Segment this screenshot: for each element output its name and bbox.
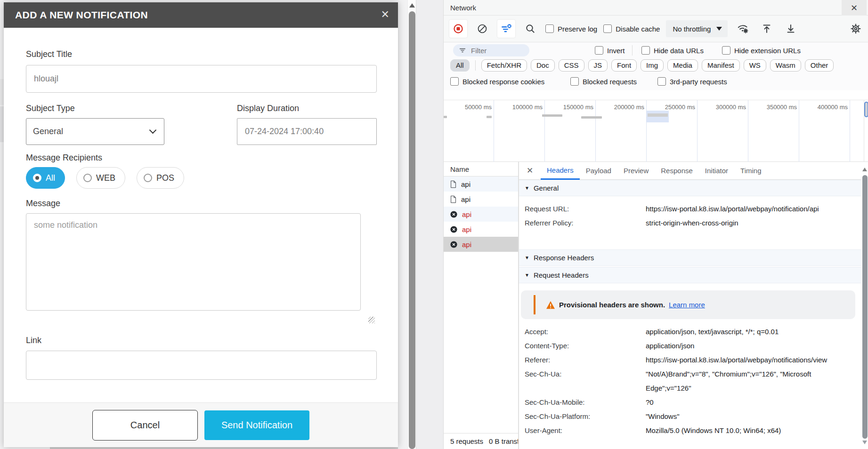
divider — [475, 60, 476, 71]
import-har-icon[interactable] — [758, 20, 776, 38]
request-name: api — [461, 180, 471, 188]
learn-more-link[interactable]: Learn more — [669, 301, 705, 309]
chip-manifest[interactable]: Manifest — [702, 59, 740, 72]
request-name: api — [462, 225, 471, 233]
invert-checkbox-group[interactable]: Invert — [595, 44, 625, 56]
chip-css[interactable]: CSS — [559, 59, 584, 72]
network-conditions-icon[interactable] — [734, 20, 752, 38]
blocked-requests-checkbox[interactable] — [570, 77, 579, 86]
header-value: ?0 — [646, 395, 861, 409]
triangle-down-icon: ▼ — [525, 255, 529, 260]
header-row: Sec-Ch-Ua-Mobile: ?0 — [519, 395, 861, 409]
tab-headers[interactable]: Headers — [541, 162, 580, 180]
message-textarea[interactable]: some notification — [26, 213, 361, 311]
chip-wasm[interactable]: Wasm — [770, 59, 801, 72]
recipient-option-all[interactable]: All — [26, 167, 65, 189]
cancel-button[interactable]: Cancel — [92, 410, 198, 441]
request-row[interactable]: api — [444, 207, 518, 222]
request-row[interactable]: api — [444, 176, 518, 192]
disable-cache-checkbox[interactable] — [603, 24, 612, 33]
scroll-up-arrow-icon[interactable] — [409, 3, 415, 8]
modal-close-icon[interactable]: ✕ — [381, 2, 389, 28]
third-party-requests-group[interactable]: 3rd-party requests — [657, 75, 727, 88]
subject-title-input[interactable] — [26, 65, 377, 93]
hide-data-urls-label: Hide data URLs — [654, 47, 704, 55]
header-key: Sec-Ch-Ua-Platform: — [525, 409, 646, 424]
preserve-log-label: Preserve log — [558, 25, 597, 33]
chip-all[interactable]: All — [450, 59, 470, 72]
filter-input-pill[interactable] — [453, 44, 529, 56]
scroll-up-arrow-icon[interactable] — [862, 168, 867, 171]
chip-other[interactable]: Other — [805, 59, 834, 72]
tab-preview[interactable]: Preview — [617, 162, 655, 180]
blocked-requests-group[interactable]: Blocked requests — [570, 75, 637, 88]
page-scrollbar-thumb[interactable] — [409, 11, 415, 449]
network-settings-gear-icon[interactable] — [847, 20, 865, 38]
request-headers-section-header[interactable]: ▼ Request Headers — [519, 267, 861, 283]
detail-scrollbar-thumb[interactable] — [862, 175, 868, 439]
third-party-requests-checkbox[interactable] — [657, 77, 666, 86]
throttling-select[interactable]: No throttling — [666, 20, 728, 37]
preserve-log-checkbox[interactable] — [545, 24, 554, 33]
page-scrollbar[interactable] — [407, 0, 416, 449]
request-row[interactable]: api — [444, 222, 518, 237]
response-headers-section-header[interactable]: ▼ Response Headers — [519, 249, 861, 266]
timeline-gridline — [544, 100, 545, 162]
tab-payload[interactable]: Payload — [580, 162, 617, 180]
record-stop-button[interactable] — [449, 20, 467, 38]
header-value: application/json — [646, 339, 861, 353]
network-overview-timeline[interactable]: 50000 ms 100000 ms 150000 ms 200000 ms 2… — [444, 100, 868, 162]
recipient-option-web[interactable]: WEB — [76, 167, 125, 189]
timeline-tick: 150000 ms — [548, 104, 593, 111]
tab-response[interactable]: Response — [655, 162, 699, 180]
error-icon — [450, 225, 458, 233]
request-name: api — [462, 210, 471, 218]
name-column-header[interactable]: Name — [444, 162, 518, 176]
general-section-header[interactable]: ▼ General — [519, 180, 861, 196]
blocked-response-cookies-label: Blocked response cookies — [462, 78, 544, 86]
timeline-gridline — [697, 100, 698, 162]
chip-js[interactable]: JS — [588, 59, 608, 72]
timeline-scrollbar-thumb[interactable] — [864, 102, 868, 117]
chip-img[interactable]: Img — [641, 59, 664, 72]
hide-data-urls-checkbox[interactable] — [641, 46, 650, 55]
message-label: Message — [26, 199, 60, 208]
hide-extension-urls-checkbox[interactable] — [722, 46, 730, 55]
devtools-close-icon[interactable]: ✕ — [842, 0, 867, 16]
tab-timing[interactable]: Timing — [734, 162, 767, 180]
filter-input[interactable] — [470, 46, 524, 55]
search-icon[interactable] — [521, 20, 539, 38]
scroll-down-arrow-icon[interactable] — [862, 441, 867, 444]
modal-footer: Cancel Send Notification — [4, 402, 398, 447]
export-har-icon[interactable] — [782, 20, 800, 38]
general-rows: Request URL: https://isw-portal.k8.isw.l… — [519, 196, 861, 237]
close-detail-icon[interactable]: ✕ — [519, 166, 541, 176]
chip-font[interactable]: Font — [611, 59, 637, 72]
chip-ws[interactable]: WS — [744, 59, 766, 72]
blocked-response-cookies-checkbox[interactable] — [450, 77, 459, 86]
clear-network-log-icon[interactable] — [473, 20, 491, 38]
link-input[interactable] — [26, 351, 377, 380]
request-row[interactable]: api — [444, 192, 518, 207]
recipient-option-pos[interactable]: POS — [137, 167, 184, 189]
chip-fetch-xhr[interactable]: Fetch/XHR — [481, 59, 527, 72]
chip-media[interactable]: Media — [667, 59, 698, 72]
warning-text: Provisional headers are shown. — [559, 301, 665, 309]
textarea-resize-handle[interactable] — [368, 317, 375, 323]
tab-initiator[interactable]: Initiator — [699, 162, 734, 180]
send-notification-button[interactable]: Send Notification — [204, 410, 309, 440]
filter-active-icon[interactable] — [497, 20, 515, 38]
hide-extension-urls-group[interactable]: Hide extension URLs — [722, 44, 801, 56]
timeline-gridline — [646, 100, 647, 162]
detail-scrollbar[interactable] — [861, 162, 868, 449]
display-duration-input[interactable] — [237, 118, 377, 145]
timeline-gridline — [595, 100, 596, 162]
invert-checkbox[interactable] — [595, 46, 603, 55]
triangle-down-icon: ▼ — [525, 185, 529, 191]
header-row: Referrer Policy: strict-origin-when-cros… — [519, 216, 861, 237]
subject-type-select[interactable]: General — [26, 118, 164, 145]
hide-data-urls-group[interactable]: Hide data URLs — [641, 44, 704, 56]
blocked-response-cookies-group[interactable]: Blocked response cookies — [450, 75, 544, 88]
chip-doc[interactable]: Doc — [531, 59, 555, 72]
request-row-selected[interactable]: api — [444, 237, 518, 252]
